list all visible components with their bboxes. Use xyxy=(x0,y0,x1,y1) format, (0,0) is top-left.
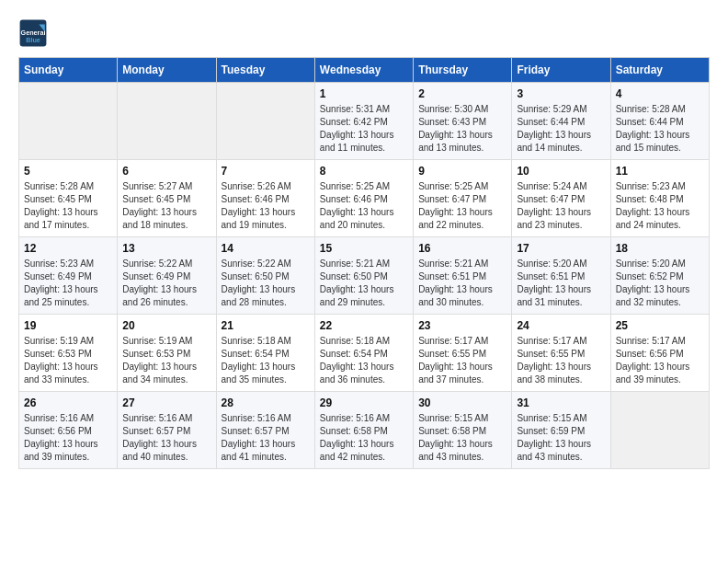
day-cell: 17Sunrise: 5:20 AM Sunset: 6:51 PM Dayli… xyxy=(512,237,610,315)
day-number: 19 xyxy=(24,319,112,332)
day-number: 21 xyxy=(222,319,310,332)
day-info: Sunrise: 5:17 AM Sunset: 6:55 PM Dayligh… xyxy=(418,335,506,386)
day-info: Sunrise: 5:17 AM Sunset: 6:56 PM Dayligh… xyxy=(616,335,704,386)
day-info: Sunrise: 5:22 AM Sunset: 6:50 PM Dayligh… xyxy=(222,258,310,309)
day-info: Sunrise: 5:16 AM Sunset: 6:57 PM Dayligh… xyxy=(222,412,310,464)
day-cell: 15Sunrise: 5:21 AM Sunset: 6:50 PM Dayli… xyxy=(314,237,413,315)
day-cell xyxy=(216,83,314,160)
day-cell: 24Sunrise: 5:17 AM Sunset: 6:55 PM Dayli… xyxy=(512,315,610,392)
day-number: 7 xyxy=(222,165,310,178)
logo: General Blue xyxy=(18,18,51,48)
day-number: 16 xyxy=(418,242,506,255)
day-cell: 30Sunrise: 5:15 AM Sunset: 6:58 PM Dayli… xyxy=(414,392,512,469)
header-tuesday: Tuesday xyxy=(216,58,314,83)
day-cell xyxy=(19,83,118,160)
logo-icon: General Blue xyxy=(18,18,48,48)
day-cell xyxy=(118,83,216,160)
day-number: 15 xyxy=(320,242,408,255)
day-number: 1 xyxy=(320,87,408,100)
calendar-table: SundayMondayTuesdayWednesdayThursdayFrid… xyxy=(18,57,710,469)
day-cell: 29Sunrise: 5:16 AM Sunset: 6:58 PM Dayli… xyxy=(314,392,413,469)
day-cell: 31Sunrise: 5:15 AM Sunset: 6:59 PM Dayli… xyxy=(512,392,610,469)
day-number: 26 xyxy=(24,396,112,409)
day-cell: 22Sunrise: 5:18 AM Sunset: 6:54 PM Dayli… xyxy=(314,315,413,392)
day-info: Sunrise: 5:18 AM Sunset: 6:54 PM Dayligh… xyxy=(222,335,310,386)
day-cell: 18Sunrise: 5:20 AM Sunset: 6:52 PM Dayli… xyxy=(610,237,709,315)
header-monday: Monday xyxy=(118,58,216,83)
day-info: Sunrise: 5:23 AM Sunset: 6:49 PM Dayligh… xyxy=(24,258,112,309)
day-number: 3 xyxy=(517,87,605,100)
day-info: Sunrise: 5:20 AM Sunset: 6:52 PM Dayligh… xyxy=(616,258,704,309)
day-cell: 14Sunrise: 5:22 AM Sunset: 6:50 PM Dayli… xyxy=(216,237,314,315)
header-thursday: Thursday xyxy=(414,58,512,83)
day-info: Sunrise: 5:17 AM Sunset: 6:55 PM Dayligh… xyxy=(517,335,605,386)
day-number: 22 xyxy=(320,319,408,332)
day-info: Sunrise: 5:25 AM Sunset: 6:46 PM Dayligh… xyxy=(320,180,408,232)
day-number: 4 xyxy=(616,87,704,100)
day-info: Sunrise: 5:19 AM Sunset: 6:53 PM Dayligh… xyxy=(122,335,210,386)
day-cell: 8Sunrise: 5:25 AM Sunset: 6:46 PM Daylig… xyxy=(314,160,413,237)
day-number: 5 xyxy=(24,165,112,178)
day-info: Sunrise: 5:30 AM Sunset: 6:43 PM Dayligh… xyxy=(418,103,506,155)
day-number: 31 xyxy=(517,396,605,409)
day-cell: 6Sunrise: 5:27 AM Sunset: 6:45 PM Daylig… xyxy=(118,160,216,237)
day-number: 10 xyxy=(517,165,605,178)
day-number: 9 xyxy=(418,165,506,178)
header-wednesday: Wednesday xyxy=(314,58,413,83)
day-number: 25 xyxy=(616,319,704,332)
day-info: Sunrise: 5:22 AM Sunset: 6:49 PM Dayligh… xyxy=(122,258,210,309)
week-row-3: 12Sunrise: 5:23 AM Sunset: 6:49 PM Dayli… xyxy=(19,237,710,315)
header-friday: Friday xyxy=(512,58,610,83)
week-row-1: 1Sunrise: 5:31 AM Sunset: 6:42 PM Daylig… xyxy=(19,83,710,160)
day-cell: 3Sunrise: 5:29 AM Sunset: 6:44 PM Daylig… xyxy=(512,83,610,160)
day-number: 2 xyxy=(418,87,506,100)
day-number: 14 xyxy=(222,242,310,255)
day-number: 24 xyxy=(517,319,605,332)
day-info: Sunrise: 5:25 AM Sunset: 6:47 PM Dayligh… xyxy=(418,180,506,232)
day-info: Sunrise: 5:16 AM Sunset: 6:57 PM Dayligh… xyxy=(122,412,210,464)
day-cell: 16Sunrise: 5:21 AM Sunset: 6:51 PM Dayli… xyxy=(414,237,512,315)
day-cell: 27Sunrise: 5:16 AM Sunset: 6:57 PM Dayli… xyxy=(118,392,216,469)
day-info: Sunrise: 5:15 AM Sunset: 6:58 PM Dayligh… xyxy=(418,412,506,464)
day-cell: 7Sunrise: 5:26 AM Sunset: 6:46 PM Daylig… xyxy=(216,160,314,237)
day-number: 13 xyxy=(122,242,210,255)
day-info: Sunrise: 5:16 AM Sunset: 6:58 PM Dayligh… xyxy=(320,412,408,464)
header-saturday: Saturday xyxy=(610,58,709,83)
day-number: 18 xyxy=(616,242,704,255)
day-cell: 4Sunrise: 5:28 AM Sunset: 6:44 PM Daylig… xyxy=(610,83,709,160)
day-info: Sunrise: 5:16 AM Sunset: 6:56 PM Dayligh… xyxy=(24,412,112,464)
day-cell: 23Sunrise: 5:17 AM Sunset: 6:55 PM Dayli… xyxy=(414,315,512,392)
day-cell: 13Sunrise: 5:22 AM Sunset: 6:49 PM Dayli… xyxy=(118,237,216,315)
week-row-2: 5Sunrise: 5:28 AM Sunset: 6:45 PM Daylig… xyxy=(19,160,710,237)
day-number: 30 xyxy=(418,396,506,409)
day-number: 6 xyxy=(122,165,210,178)
day-number: 20 xyxy=(122,319,210,332)
day-cell: 26Sunrise: 5:16 AM Sunset: 6:56 PM Dayli… xyxy=(19,392,118,469)
day-cell: 25Sunrise: 5:17 AM Sunset: 6:56 PM Dayli… xyxy=(610,315,709,392)
day-info: Sunrise: 5:24 AM Sunset: 6:47 PM Dayligh… xyxy=(517,180,605,232)
week-row-4: 19Sunrise: 5:19 AM Sunset: 6:53 PM Dayli… xyxy=(19,315,710,392)
day-info: Sunrise: 5:26 AM Sunset: 6:46 PM Dayligh… xyxy=(222,180,310,232)
day-info: Sunrise: 5:15 AM Sunset: 6:59 PM Dayligh… xyxy=(517,412,605,464)
header-sunday: Sunday xyxy=(19,58,118,83)
day-cell: 2Sunrise: 5:30 AM Sunset: 6:43 PM Daylig… xyxy=(414,83,512,160)
day-info: Sunrise: 5:27 AM Sunset: 6:45 PM Dayligh… xyxy=(122,180,210,232)
day-cell: 1Sunrise: 5:31 AM Sunset: 6:42 PM Daylig… xyxy=(314,83,413,160)
day-number: 17 xyxy=(517,242,605,255)
day-info: Sunrise: 5:21 AM Sunset: 6:51 PM Dayligh… xyxy=(418,258,506,309)
day-info: Sunrise: 5:20 AM Sunset: 6:51 PM Dayligh… xyxy=(517,258,605,309)
week-row-5: 26Sunrise: 5:16 AM Sunset: 6:56 PM Dayli… xyxy=(19,392,710,469)
svg-text:Blue: Blue xyxy=(26,36,40,44)
day-number: 27 xyxy=(122,396,210,409)
day-cell xyxy=(610,392,709,469)
day-number: 8 xyxy=(320,165,408,178)
day-number: 29 xyxy=(320,396,408,409)
day-number: 12 xyxy=(24,242,112,255)
day-cell: 21Sunrise: 5:18 AM Sunset: 6:54 PM Dayli… xyxy=(216,315,314,392)
calendar-header-row: SundayMondayTuesdayWednesdayThursdayFrid… xyxy=(19,58,710,83)
day-number: 23 xyxy=(418,319,506,332)
day-info: Sunrise: 5:31 AM Sunset: 6:42 PM Dayligh… xyxy=(320,103,408,155)
day-cell: 12Sunrise: 5:23 AM Sunset: 6:49 PM Dayli… xyxy=(19,237,118,315)
day-cell: 19Sunrise: 5:19 AM Sunset: 6:53 PM Dayli… xyxy=(19,315,118,392)
day-info: Sunrise: 5:23 AM Sunset: 6:48 PM Dayligh… xyxy=(616,180,704,232)
